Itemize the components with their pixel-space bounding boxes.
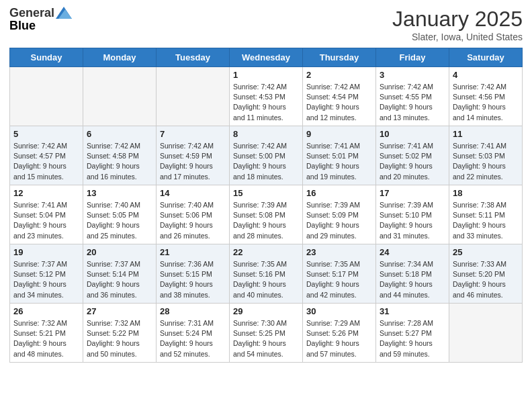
day-detail: Sunrise: 7:30 AM Sunset: 5:25 PM Dayligh…: [233, 318, 299, 359]
day-number: 19: [13, 247, 79, 257]
calendar-cell: 13Sunrise: 7:40 AM Sunset: 5:05 PM Dayli…: [83, 185, 157, 244]
calendar-cell: 21Sunrise: 7:36 AM Sunset: 5:15 PM Dayli…: [157, 244, 230, 304]
week-row-5: 26Sunrise: 7:32 AM Sunset: 5:21 PM Dayli…: [10, 304, 523, 363]
calendar-cell: 28Sunrise: 7:31 AM Sunset: 5:24 PM Dayli…: [157, 304, 230, 363]
day-detail: Sunrise: 7:29 AM Sunset: 5:26 PM Dayligh…: [306, 318, 372, 359]
day-number: 17: [380, 188, 445, 198]
day-number: 28: [160, 306, 226, 316]
day-number: 23: [306, 247, 372, 257]
calendar-cell: 18Sunrise: 7:38 AM Sunset: 5:11 PM Dayli…: [449, 185, 523, 244]
title-section: January 2025 Slater, Iowa, United States: [392, 7, 523, 42]
day-detail: Sunrise: 7:40 AM Sunset: 5:06 PM Dayligh…: [160, 200, 226, 241]
day-detail: Sunrise: 7:41 AM Sunset: 5:01 PM Dayligh…: [306, 141, 372, 182]
day-detail: Sunrise: 7:32 AM Sunset: 5:22 PM Dayligh…: [87, 318, 152, 359]
calendar-cell: [157, 67, 230, 126]
day-detail: Sunrise: 7:35 AM Sunset: 5:16 PM Dayligh…: [233, 259, 299, 300]
day-number: 24: [380, 247, 445, 257]
day-number: 12: [13, 188, 79, 198]
calendar-table: SundayMondayTuesdayWednesdayThursdayFrid…: [9, 48, 523, 363]
calendar-cell: 25Sunrise: 7:33 AM Sunset: 5:20 PM Dayli…: [449, 244, 523, 304]
calendar-cell: 15Sunrise: 7:39 AM Sunset: 5:08 PM Dayli…: [230, 185, 303, 244]
day-number: 30: [306, 306, 372, 316]
calendar-cell: [449, 304, 523, 363]
day-number: 31: [380, 306, 445, 316]
day-detail: Sunrise: 7:37 AM Sunset: 5:12 PM Dayligh…: [13, 259, 79, 300]
day-detail: Sunrise: 7:42 AM Sunset: 4:59 PM Dayligh…: [160, 141, 226, 182]
day-number: 27: [87, 306, 152, 316]
day-detail: Sunrise: 7:41 AM Sunset: 5:04 PM Dayligh…: [13, 200, 79, 241]
calendar-cell: 22Sunrise: 7:35 AM Sunset: 5:16 PM Dayli…: [230, 244, 303, 304]
calendar-cell: 29Sunrise: 7:30 AM Sunset: 5:25 PM Dayli…: [230, 304, 303, 363]
day-detail: Sunrise: 7:38 AM Sunset: 5:11 PM Dayligh…: [453, 200, 519, 241]
day-detail: Sunrise: 7:42 AM Sunset: 5:00 PM Dayligh…: [233, 141, 299, 182]
calendar-cell: 10Sunrise: 7:41 AM Sunset: 5:02 PM Dayli…: [376, 126, 449, 185]
calendar-cell: 17Sunrise: 7:39 AM Sunset: 5:10 PM Dayli…: [376, 185, 449, 244]
logo-text: General: [9, 7, 72, 19]
calendar-cell: 30Sunrise: 7:29 AM Sunset: 5:26 PM Dayli…: [303, 304, 376, 363]
day-detail: Sunrise: 7:31 AM Sunset: 5:24 PM Dayligh…: [160, 318, 226, 359]
day-detail: Sunrise: 7:34 AM Sunset: 5:18 PM Dayligh…: [380, 259, 445, 300]
location: Slater, Iowa, United States: [392, 32, 523, 42]
calendar-cell: 5Sunrise: 7:42 AM Sunset: 4:57 PM Daylig…: [10, 126, 83, 185]
day-number: 25: [453, 247, 519, 257]
calendar-cell: 16Sunrise: 7:39 AM Sunset: 5:09 PM Dayli…: [303, 185, 376, 244]
header: General Blue January 2025 Slater, Iowa, …: [9, 7, 523, 42]
week-row-2: 5Sunrise: 7:42 AM Sunset: 4:57 PM Daylig…: [10, 126, 523, 185]
day-detail: Sunrise: 7:40 AM Sunset: 5:05 PM Dayligh…: [87, 200, 152, 241]
day-number: 14: [160, 188, 226, 198]
day-number: 7: [160, 129, 226, 139]
day-number: 3: [380, 70, 445, 80]
day-detail: Sunrise: 7:28 AM Sunset: 5:27 PM Dayligh…: [380, 318, 445, 359]
calendar-cell: 9Sunrise: 7:41 AM Sunset: 5:01 PM Daylig…: [303, 126, 376, 185]
calendar-page: General Blue January 2025 Slater, Iowa, …: [0, 0, 532, 372]
day-number: 18: [453, 188, 519, 198]
day-number: 1: [233, 70, 299, 80]
day-detail: Sunrise: 7:42 AM Sunset: 4:53 PM Dayligh…: [233, 82, 299, 123]
day-number: 8: [233, 129, 299, 139]
calendar-cell: 24Sunrise: 7:34 AM Sunset: 5:18 PM Dayli…: [376, 244, 449, 304]
calendar-cell: 26Sunrise: 7:32 AM Sunset: 5:21 PM Dayli…: [10, 304, 83, 363]
calendar-cell: 11Sunrise: 7:41 AM Sunset: 5:03 PM Dayli…: [449, 126, 523, 185]
day-detail: Sunrise: 7:32 AM Sunset: 5:21 PM Dayligh…: [13, 318, 79, 359]
calendar-cell: 27Sunrise: 7:32 AM Sunset: 5:22 PM Dayli…: [83, 304, 157, 363]
day-detail: Sunrise: 7:42 AM Sunset: 4:57 PM Dayligh…: [13, 141, 79, 182]
day-detail: Sunrise: 7:42 AM Sunset: 4:54 PM Dayligh…: [306, 82, 372, 123]
calendar-cell: 6Sunrise: 7:42 AM Sunset: 4:58 PM Daylig…: [83, 126, 157, 185]
logo: General Blue: [9, 7, 72, 33]
header-row: SundayMondayTuesdayWednesdayThursdayFrid…: [10, 48, 523, 67]
calendar-cell: 12Sunrise: 7:41 AM Sunset: 5:04 PM Dayli…: [10, 185, 83, 244]
week-row-4: 19Sunrise: 7:37 AM Sunset: 5:12 PM Dayli…: [10, 244, 523, 304]
day-number: 21: [160, 247, 226, 257]
calendar-cell: 1Sunrise: 7:42 AM Sunset: 4:53 PM Daylig…: [230, 67, 303, 126]
day-number: 22: [233, 247, 299, 257]
calendar-cell: 7Sunrise: 7:42 AM Sunset: 4:59 PM Daylig…: [157, 126, 230, 185]
day-header-thursday: Thursday: [303, 48, 376, 67]
day-number: 26: [13, 306, 79, 316]
day-header-saturday: Saturday: [449, 48, 523, 67]
day-header-friday: Friday: [376, 48, 449, 67]
calendar-cell: 20Sunrise: 7:37 AM Sunset: 5:14 PM Dayli…: [83, 244, 157, 304]
calendar-cell: 2Sunrise: 7:42 AM Sunset: 4:54 PM Daylig…: [303, 67, 376, 126]
calendar-cell: 3Sunrise: 7:42 AM Sunset: 4:55 PM Daylig…: [376, 67, 449, 126]
day-detail: Sunrise: 7:42 AM Sunset: 4:58 PM Dayligh…: [87, 141, 152, 182]
day-detail: Sunrise: 7:42 AM Sunset: 4:55 PM Dayligh…: [380, 82, 445, 123]
day-detail: Sunrise: 7:35 AM Sunset: 5:17 PM Dayligh…: [306, 259, 372, 300]
logo-general: General: [9, 7, 54, 19]
day-header-monday: Monday: [83, 48, 157, 67]
week-row-1: 1Sunrise: 7:42 AM Sunset: 4:53 PM Daylig…: [10, 67, 523, 126]
day-number: 6: [87, 129, 152, 139]
day-header-sunday: Sunday: [10, 48, 83, 67]
day-detail: Sunrise: 7:39 AM Sunset: 5:10 PM Dayligh…: [380, 200, 445, 241]
day-number: 2: [306, 70, 372, 80]
day-number: 4: [453, 70, 519, 80]
calendar-cell: 14Sunrise: 7:40 AM Sunset: 5:06 PM Dayli…: [157, 185, 230, 244]
day-detail: Sunrise: 7:41 AM Sunset: 5:03 PM Dayligh…: [453, 141, 519, 182]
day-header-tuesday: Tuesday: [157, 48, 230, 67]
calendar-cell: 31Sunrise: 7:28 AM Sunset: 5:27 PM Dayli…: [376, 304, 449, 363]
day-number: 16: [306, 188, 372, 198]
calendar-cell: 8Sunrise: 7:42 AM Sunset: 5:00 PM Daylig…: [230, 126, 303, 185]
calendar-cell: [10, 67, 83, 126]
day-number: 15: [233, 188, 299, 198]
day-header-wednesday: Wednesday: [230, 48, 303, 67]
logo-icon: [56, 7, 72, 19]
